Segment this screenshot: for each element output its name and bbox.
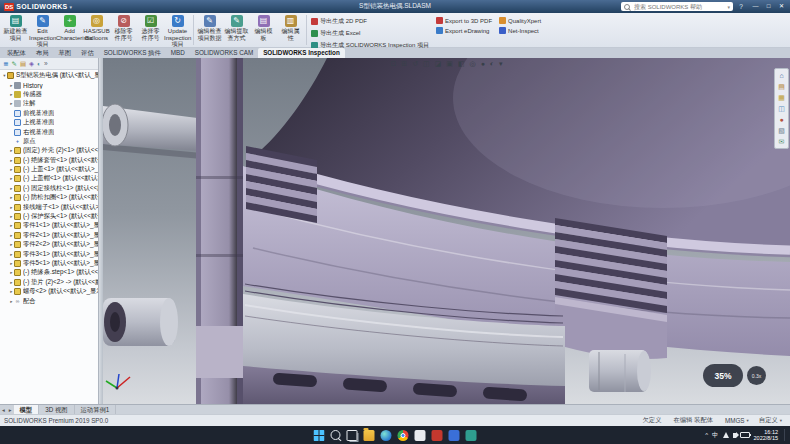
close-button[interactable]: ✕ — [775, 0, 788, 13]
tree-item[interactable]: 原点 — [0, 137, 98, 146]
solidworks-logo[interactable]: DS SOLIDWORKS ▾ — [0, 3, 76, 11]
ribbon-button[interactable]: ◎ HAS/SUB Balloons — [83, 14, 110, 48]
command-tab[interactable]: SOLIDWORKS CAM — [190, 48, 258, 58]
tree-item[interactable]: ▸ History — [0, 80, 98, 89]
app-teal-button[interactable] — [466, 430, 477, 441]
export-button[interactable]: Net-Inspect — [499, 27, 541, 34]
show-desktop-button[interactable] — [784, 429, 787, 441]
ribbon-button[interactable]: ✎ 编辑检查 项目数据 — [196, 14, 223, 41]
tree-item[interactable]: ▸ (-) 上盖<1> (默认<<默认>_显示状态 — [0, 165, 98, 174]
tree-item[interactable]: ▸ (-) 绝缘套管<1> (默认<<默认>_显示状态 — [0, 156, 98, 165]
clock[interactable]: 16:12 2022/8/15 — [754, 429, 778, 442]
apply-scene-icon[interactable]: ◐ — [490, 58, 494, 69]
tree-item[interactable]: ▸ 配合 — [0, 296, 98, 305]
tree-item[interactable]: ▸ 零件1<1> (默认<<默认>_显示状态 1>) — [0, 221, 98, 230]
tree-item[interactable]: ▸ 零件5<1> (默认<<默认>_显示状态 1>) — [0, 259, 98, 268]
custom-properties-icon[interactable]: ▧ — [778, 125, 785, 136]
previous-view-icon[interactable]: ↺ — [412, 58, 418, 69]
tab-scroll-right-icon[interactable]: ▸ — [7, 405, 14, 414]
tree-item[interactable]: ▸ 接线端子<1> (默认<<默认>_显示状态 — [0, 202, 98, 211]
export-button[interactable]: QualityXpert — [499, 17, 541, 24]
help-search-box[interactable]: ▾ — [621, 2, 733, 11]
forum-icon[interactable]: ✉ — [779, 136, 785, 147]
propertymanager-tab[interactable]: ✎ — [11, 58, 16, 69]
tree-item[interactable]: ▸ 传感器 — [0, 90, 98, 99]
status-item[interactable]: 自定义 ▾ — [759, 416, 782, 425]
tree-item[interactable]: ▸ 注解 — [0, 99, 98, 108]
status-item[interactable]: 欠定义 — [643, 416, 664, 425]
solidworks-resources-icon[interactable]: ⌂ — [779, 70, 783, 81]
tree-item[interactable]: ▸ 零件2<1> (默认<<默认>_显示状态 1>) — [0, 231, 98, 240]
command-tab[interactable]: MBD — [166, 48, 190, 58]
help-button[interactable]: ? — [736, 3, 746, 10]
ribbon-button[interactable]: ▥ 编辑属 性 — [277, 14, 304, 41]
search-button[interactable] — [331, 430, 341, 440]
annotation-views-icon[interactable]: ◪ — [435, 58, 442, 69]
search-input[interactable] — [632, 3, 725, 11]
edge-browser-button[interactable] — [381, 430, 392, 441]
network-icon[interactable] — [723, 432, 729, 438]
tray-expand-icon[interactable]: ^ — [705, 432, 708, 438]
ribbon-button[interactable]: ▤ 新建检查 项目 — [2, 14, 29, 48]
appearances-icon[interactable]: ● — [779, 114, 783, 125]
display-style-icon[interactable]: ◧ — [458, 58, 465, 69]
minimize-button[interactable]: — — [749, 0, 762, 13]
command-tab[interactable]: 装配体 — [2, 48, 31, 58]
panel-expand-tab[interactable]: » — [44, 58, 48, 69]
start-button[interactable] — [314, 430, 325, 441]
tree-item[interactable]: ▸ (-) 固定接线柱<1> (默认<<默认>_显示状 — [0, 184, 98, 193]
command-tab[interactable]: 草图 — [53, 48, 76, 58]
ribbon-button[interactable]: ▤ 编辑模 板 — [250, 14, 277, 41]
tree-item[interactable]: ▸ (-) 上盖帽<1> (默认<<默认>_显示状态 — [0, 174, 98, 183]
status-item[interactable]: 在编辑 装配体 — [673, 416, 715, 425]
export-button[interactable]: 导出生成 Excel — [311, 29, 429, 38]
zoom-area-icon[interactable]: ⊞ — [401, 58, 407, 69]
dimxpertmanager-tab[interactable]: ◈ — [29, 58, 34, 69]
model-outer-wall[interactable] — [196, 58, 243, 404]
document-tab[interactable]: 模型 — [14, 405, 40, 414]
tree-item[interactable]: ▸ (-) 保护探头<1> (默认<<默认>_显示状态 — [0, 212, 98, 221]
chrome-browser-button[interactable] — [398, 430, 409, 441]
export-button[interactable]: Export to 3D PDF — [436, 17, 492, 24]
chevron-down-icon[interactable]: ▾ — [70, 4, 73, 10]
zoom-fit-icon[interactable]: ⊡ — [390, 58, 396, 69]
solidworks-app-button[interactable] — [432, 430, 443, 441]
status-item[interactable]: MMGS ▾ — [725, 417, 749, 424]
tree-item[interactable]: ▸ 零件3<1> (默认<<默认>_显示状态 1>) — [0, 249, 98, 258]
ribbon-button[interactable]: ✎ Edit Inspection 项目 — [29, 14, 56, 48]
tree-item[interactable]: 上视基准面 — [0, 118, 98, 127]
ribbon-button[interactable]: ⊘ 移除零 件序号 — [110, 14, 137, 48]
volume-icon[interactable] — [733, 433, 736, 438]
featuremanager-tab[interactable]: ≣ — [3, 58, 8, 69]
view-palette-icon[interactable]: ◫ — [778, 103, 785, 114]
file-explorer-button[interactable] — [364, 430, 375, 441]
document-tab[interactable]: 运动算例1 — [75, 405, 117, 414]
model-lower-cylinder[interactable] — [103, 298, 178, 346]
command-tab[interactable]: 评估 — [76, 48, 99, 58]
ribbon-button[interactable]: ✎ 编辑提取 查方式 — [223, 14, 250, 41]
ribbon-button[interactable]: ☑ 选择零 件序号 — [137, 14, 164, 48]
tree-item[interactable]: ▾ S型铠装热电偶 (默认<默认_显示状态-1>) — [0, 71, 98, 80]
file-explorer-icon[interactable]: ▦ — [778, 92, 785, 103]
export-button[interactable]: 导出生成 2D PDF — [311, 17, 429, 26]
tree-item[interactable]: 前视基准面 — [0, 109, 98, 118]
displaymanager-tab[interactable]: ◐ — [37, 58, 41, 69]
tree-item[interactable]: ▸ 螺母<2> (默认<<默认>_显示状态 1>) — [0, 287, 98, 296]
tree-item[interactable]: ▸ (-) 垫片 (2)<2> -> (默认<<默认>_显示状 — [0, 278, 98, 287]
tree-item[interactable]: ▸ (-) 绝缘条.step<1> (默认<<默认>_显示状 — [0, 268, 98, 277]
tree-item[interactable]: 右视基准面 — [0, 127, 98, 136]
model-3d-view[interactable] — [103, 58, 790, 404]
command-tab[interactable]: SOLIDWORKS 插件 — [99, 48, 166, 58]
section-view-icon[interactable]: ◫ — [423, 58, 430, 69]
tree-item[interactable]: ▸ 零件2<2> (默认<<默认>_显示状态 1>) — [0, 240, 98, 249]
command-tab[interactable]: 布局 — [31, 48, 54, 58]
tree-item[interactable]: ▸ (固定) 外壳 (2)<1> (默认<<默认>_显示状态 — [0, 146, 98, 155]
document-tab[interactable]: 3D 视图 — [39, 405, 74, 414]
ribbon-button[interactable]: ↻ Update Inspection 项目 — [164, 14, 191, 48]
app-blue-button[interactable] — [449, 430, 460, 441]
ime-indicator[interactable]: 中 — [712, 431, 719, 440]
view-settings-icon[interactable]: ▾ — [499, 58, 503, 69]
tree-item[interactable]: ▸ (-) 防松扣圈<1> (默认<<默认>_显示状态 — [0, 193, 98, 202]
export-button[interactable]: Export eDrawing — [436, 27, 492, 34]
battery-icon[interactable] — [740, 432, 750, 438]
